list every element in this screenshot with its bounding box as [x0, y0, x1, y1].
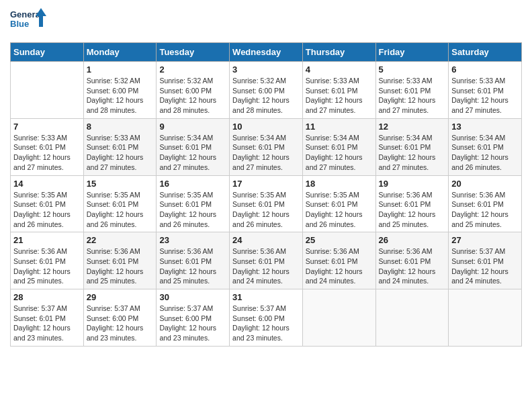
- day-cell: 27Sunrise: 5:37 AM Sunset: 6:01 PM Dayli…: [449, 232, 522, 289]
- day-cell: 25Sunrise: 5:36 AM Sunset: 6:01 PM Dayli…: [302, 232, 375, 289]
- week-row-1: 1Sunrise: 5:32 AM Sunset: 6:00 PM Daylig…: [11, 62, 522, 119]
- day-number: 18: [306, 179, 373, 189]
- day-info: Sunrise: 5:35 AM Sunset: 6:01 PM Dayligh…: [159, 190, 226, 230]
- day-info: Sunrise: 5:34 AM Sunset: 6:01 PM Dayligh…: [451, 133, 519, 173]
- day-cell: 9Sunrise: 5:34 AM Sunset: 6:01 PM Daylig…: [157, 118, 230, 175]
- day-number: 6: [451, 64, 519, 75]
- day-cell: [375, 289, 449, 347]
- day-number: 22: [87, 235, 154, 245]
- day-number: 4: [306, 64, 373, 75]
- day-cell: 1Sunrise: 5:32 AM Sunset: 6:00 PM Daylig…: [83, 62, 157, 119]
- day-number: 10: [232, 122, 300, 132]
- day-number: 21: [13, 235, 81, 245]
- day-info: Sunrise: 5:36 AM Sunset: 6:01 PM Dayligh…: [13, 246, 81, 286]
- day-number: 1: [87, 64, 154, 75]
- day-info: Sunrise: 5:32 AM Sunset: 6:00 PM Dayligh…: [232, 76, 300, 116]
- day-cell: 20Sunrise: 5:36 AM Sunset: 6:01 PM Dayli…: [449, 175, 522, 232]
- logo: General Blue: [10, 7, 47, 37]
- day-info: Sunrise: 5:33 AM Sunset: 6:01 PM Dayligh…: [451, 76, 519, 116]
- day-info: Sunrise: 5:32 AM Sunset: 6:00 PM Dayligh…: [159, 76, 226, 116]
- day-cell: 6Sunrise: 5:33 AM Sunset: 6:01 PM Daylig…: [449, 62, 522, 119]
- day-info: Sunrise: 5:37 AM Sunset: 6:00 PM Dayligh…: [159, 304, 226, 343]
- day-number: 23: [159, 235, 226, 245]
- header-row: SundayMondayTuesdayWednesdayThursdayFrid…: [11, 43, 522, 62]
- day-cell: 8Sunrise: 5:33 AM Sunset: 6:01 PM Daylig…: [83, 118, 157, 175]
- day-number: 16: [159, 179, 226, 189]
- day-info: Sunrise: 5:37 AM Sunset: 6:01 PM Dayligh…: [451, 246, 519, 286]
- week-row-5: 28Sunrise: 5:37 AM Sunset: 6:01 PM Dayli…: [11, 289, 522, 347]
- day-cell: 30Sunrise: 5:37 AM Sunset: 6:00 PM Dayli…: [157, 289, 230, 347]
- day-cell: 11Sunrise: 5:34 AM Sunset: 6:01 PM Dayli…: [302, 118, 375, 175]
- day-info: Sunrise: 5:37 AM Sunset: 6:01 PM Dayligh…: [13, 304, 81, 343]
- day-number: 31: [232, 292, 300, 302]
- day-cell: 18Sunrise: 5:35 AM Sunset: 6:01 PM Dayli…: [302, 175, 375, 232]
- day-number: 5: [379, 64, 446, 75]
- day-number: 27: [451, 235, 519, 245]
- day-number: 26: [379, 235, 446, 245]
- day-number: 8: [87, 122, 154, 132]
- day-cell: 2Sunrise: 5:32 AM Sunset: 6:00 PM Daylig…: [157, 62, 230, 119]
- day-number: 3: [232, 64, 300, 75]
- col-header-sunday: Sunday: [11, 43, 84, 62]
- day-number: 17: [232, 179, 300, 189]
- day-cell: 19Sunrise: 5:36 AM Sunset: 6:01 PM Dayli…: [375, 175, 449, 232]
- day-cell: 4Sunrise: 5:33 AM Sunset: 6:01 PM Daylig…: [302, 62, 375, 119]
- day-cell: 31Sunrise: 5:37 AM Sunset: 6:00 PM Dayli…: [230, 289, 303, 347]
- col-header-wednesday: Wednesday: [230, 43, 303, 62]
- calendar-table: SundayMondayTuesdayWednesdayThursdayFrid…: [10, 42, 522, 347]
- day-info: Sunrise: 5:35 AM Sunset: 6:01 PM Dayligh…: [87, 190, 154, 230]
- day-cell: 29Sunrise: 5:37 AM Sunset: 6:00 PM Dayli…: [83, 289, 157, 347]
- col-header-saturday: Saturday: [449, 43, 522, 62]
- day-cell: 10Sunrise: 5:34 AM Sunset: 6:01 PM Dayli…: [230, 118, 303, 175]
- day-cell: 24Sunrise: 5:36 AM Sunset: 6:01 PM Dayli…: [230, 232, 303, 289]
- week-row-4: 21Sunrise: 5:36 AM Sunset: 6:01 PM Dayli…: [11, 232, 522, 289]
- day-cell: 17Sunrise: 5:35 AM Sunset: 6:01 PM Dayli…: [230, 175, 303, 232]
- day-cell: 15Sunrise: 5:35 AM Sunset: 6:01 PM Dayli…: [83, 175, 157, 232]
- day-info: Sunrise: 5:36 AM Sunset: 6:01 PM Dayligh…: [232, 246, 300, 286]
- day-info: Sunrise: 5:36 AM Sunset: 6:01 PM Dayligh…: [379, 246, 446, 286]
- day-cell: 12Sunrise: 5:34 AM Sunset: 6:01 PM Dayli…: [375, 118, 449, 175]
- day-number: 28: [13, 292, 81, 302]
- day-info: Sunrise: 5:35 AM Sunset: 6:01 PM Dayligh…: [232, 190, 300, 230]
- day-number: 30: [159, 292, 226, 302]
- day-info: Sunrise: 5:35 AM Sunset: 6:01 PM Dayligh…: [306, 190, 373, 230]
- day-cell: 7Sunrise: 5:33 AM Sunset: 6:01 PM Daylig…: [11, 118, 84, 175]
- day-number: 15: [87, 179, 154, 189]
- col-header-monday: Monday: [83, 43, 157, 62]
- day-cell: 16Sunrise: 5:35 AM Sunset: 6:01 PM Dayli…: [157, 175, 230, 232]
- col-header-thursday: Thursday: [302, 43, 375, 62]
- page-header: General Blue: [10, 7, 522, 37]
- day-cell: 23Sunrise: 5:36 AM Sunset: 6:01 PM Dayli…: [157, 232, 230, 289]
- day-number: 25: [306, 235, 373, 245]
- day-info: Sunrise: 5:37 AM Sunset: 6:00 PM Dayligh…: [232, 304, 300, 343]
- day-cell: 28Sunrise: 5:37 AM Sunset: 6:01 PM Dayli…: [11, 289, 84, 347]
- day-info: Sunrise: 5:34 AM Sunset: 6:01 PM Dayligh…: [232, 133, 300, 173]
- day-cell: 5Sunrise: 5:33 AM Sunset: 6:01 PM Daylig…: [375, 62, 449, 119]
- day-cell: [302, 289, 375, 347]
- day-info: Sunrise: 5:36 AM Sunset: 6:01 PM Dayligh…: [379, 190, 446, 230]
- day-cell: 21Sunrise: 5:36 AM Sunset: 6:01 PM Dayli…: [11, 232, 84, 289]
- day-info: Sunrise: 5:32 AM Sunset: 6:00 PM Dayligh…: [87, 76, 154, 116]
- col-header-friday: Friday: [375, 43, 449, 62]
- day-number: 2: [159, 64, 226, 75]
- day-info: Sunrise: 5:33 AM Sunset: 6:01 PM Dayligh…: [87, 133, 154, 173]
- day-cell: [11, 62, 84, 119]
- day-info: Sunrise: 5:34 AM Sunset: 6:01 PM Dayligh…: [306, 133, 373, 173]
- day-info: Sunrise: 5:37 AM Sunset: 6:00 PM Dayligh…: [87, 304, 154, 343]
- day-info: Sunrise: 5:33 AM Sunset: 6:01 PM Dayligh…: [13, 133, 81, 173]
- day-number: 20: [451, 179, 519, 189]
- day-number: 24: [232, 235, 300, 245]
- day-number: 11: [306, 122, 373, 132]
- day-info: Sunrise: 5:36 AM Sunset: 6:01 PM Dayligh…: [451, 190, 519, 230]
- day-cell: [449, 289, 522, 347]
- day-cell: 3Sunrise: 5:32 AM Sunset: 6:00 PM Daylig…: [230, 62, 303, 119]
- day-number: 9: [159, 122, 226, 132]
- day-number: 19: [379, 179, 446, 189]
- day-number: 12: [379, 122, 446, 132]
- day-cell: 26Sunrise: 5:36 AM Sunset: 6:01 PM Dayli…: [375, 232, 449, 289]
- logo-svg: General Blue: [10, 7, 47, 37]
- day-number: 14: [13, 179, 81, 189]
- day-info: Sunrise: 5:36 AM Sunset: 6:01 PM Dayligh…: [306, 246, 373, 286]
- day-number: 7: [13, 122, 81, 132]
- svg-text:Blue: Blue: [10, 19, 29, 29]
